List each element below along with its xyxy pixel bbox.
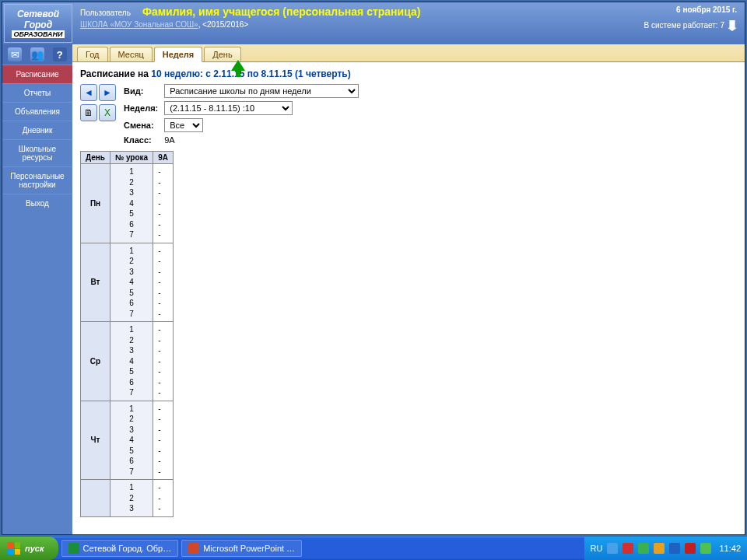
- lesson-val-cell: -------: [153, 243, 174, 322]
- tray-icon[interactable]: [654, 543, 665, 554]
- app-icon: [68, 543, 79, 554]
- school-link[interactable]: ШКОЛА «МОУ Зональная СОШ»: [80, 20, 198, 29]
- tray-icon[interactable]: [622, 543, 633, 554]
- lang-indicator[interactable]: RU: [591, 544, 603, 553]
- system-tray: RU 11:42: [584, 537, 747, 560]
- mail-icon[interactable]: ✉: [8, 47, 22, 61]
- prev-button[interactable]: ◄: [80, 84, 97, 101]
- class-label: Класс:: [124, 135, 158, 145]
- lesson-val-cell: ---: [153, 480, 174, 517]
- day-cell: [81, 480, 110, 517]
- nav-item[interactable]: Дневник: [2, 121, 72, 139]
- tab-Месяц[interactable]: Месяц: [110, 47, 153, 61]
- exit-icon[interactable]: [728, 20, 737, 31]
- start-button[interactable]: пуск: [0, 537, 58, 560]
- lesson-val-cell: -------: [153, 322, 174, 401]
- lesson-val-cell: -------: [153, 164, 174, 243]
- tray-icon[interactable]: [607, 543, 618, 554]
- clock: 11:42: [719, 544, 741, 553]
- col-header: № урока: [110, 152, 153, 164]
- tray-icon[interactable]: [700, 543, 711, 554]
- logo-line1: Сетевой: [17, 9, 59, 19]
- class-value: 9А: [164, 135, 359, 145]
- main-content: ГодМесяцНеделяДень Расписание на 10 неде…: [72, 44, 745, 534]
- nav-item[interactable]: Школьные ресурсы: [2, 139, 72, 166]
- day-cell: Ср: [81, 322, 110, 401]
- lesson-num-cell: 1234567: [110, 322, 153, 401]
- col-header: День: [81, 152, 110, 164]
- tray-icon[interactable]: [638, 543, 649, 554]
- sidebar: ✉ 👥 ? РасписаниеОтчетыОбъявленияДневникШ…: [2, 44, 72, 534]
- help-icon[interactable]: ?: [53, 47, 67, 61]
- logo: Сетевой Город ОБРАЗОВАНИ: [4, 4, 72, 43]
- taskbar-app[interactable]: Сетевой Город. Обр…: [61, 540, 179, 557]
- users-icon[interactable]: 👥: [30, 47, 44, 61]
- week-label: Неделя:: [124, 103, 158, 113]
- arrow-indicator-icon: [231, 60, 245, 71]
- excel-export-button[interactable]: X: [99, 104, 116, 121]
- logo-line3: ОБРАЗОВАНИ: [12, 30, 64, 38]
- taskbar-app[interactable]: Microsoft PowerPoint …: [181, 540, 302, 557]
- lesson-num-cell: 1234567: [110, 164, 153, 243]
- lesson-num-cell: 1234567: [110, 243, 153, 322]
- nav-item[interactable]: Объявления: [2, 102, 72, 121]
- day-cell: Вт: [81, 243, 110, 322]
- view-select[interactable]: Расписание школы по дням недели: [164, 84, 359, 98]
- lesson-num-cell: 123: [110, 480, 153, 517]
- col-header: 9А: [153, 152, 174, 164]
- tray-icon[interactable]: [685, 543, 696, 554]
- user-label: Пользователь: [80, 9, 131, 17]
- tray-icon[interactable]: [669, 543, 680, 554]
- shift-label: Смена:: [124, 121, 158, 130]
- app-icon: [188, 543, 199, 554]
- app-header: Сетевой Город ОБРАЗОВАНИ Пользователь Фа…: [2, 2, 745, 44]
- logo-line2: Город: [24, 19, 52, 30]
- nav-item[interactable]: Расписание: [2, 65, 72, 83]
- nav-item[interactable]: Отчеты: [2, 83, 72, 102]
- schedule-table: День№ урока9А Пн1234567-------Вт1234567-…: [80, 151, 174, 517]
- day-cell: Чт: [81, 401, 110, 480]
- week-select[interactable]: (2.11.15 - 8.11.15) :10: [164, 101, 293, 115]
- windows-icon: [8, 542, 20, 555]
- view-label: Вид:: [124, 86, 158, 96]
- tab-Год[interactable]: Год: [77, 47, 108, 61]
- lesson-num-cell: 1234567: [110, 401, 153, 480]
- page-title: Фамилия, имя учащегося (персональная стр…: [142, 5, 420, 18]
- school-year: , <2015/2016>: [198, 20, 249, 29]
- content-heading: Расписание на 10 неделю: с 2.11.15 по 8.…: [80, 68, 737, 79]
- school-info: ШКОЛА «МОУ Зональная СОШ», <2015/2016>: [80, 20, 630, 29]
- nav-item[interactable]: Персональные настройки: [2, 166, 72, 194]
- shift-select[interactable]: Все: [164, 118, 203, 132]
- current-date: 6 ноября 2015 г.: [644, 5, 737, 14]
- lesson-val-cell: -------: [153, 401, 174, 480]
- taskbar: пуск Сетевой Город. Обр…Microsoft PowerP…: [0, 537, 747, 560]
- tab-Неделя[interactable]: Неделя: [154, 47, 203, 62]
- nav-item[interactable]: Выход: [2, 194, 72, 212]
- print-button[interactable]: 🗎: [80, 104, 97, 121]
- next-button[interactable]: ►: [99, 84, 116, 101]
- online-users-label: В системе работает: 7: [644, 21, 724, 30]
- day-cell: Пн: [81, 164, 110, 243]
- tabs-bar: ГодМесяцНеделяДень: [72, 44, 745, 62]
